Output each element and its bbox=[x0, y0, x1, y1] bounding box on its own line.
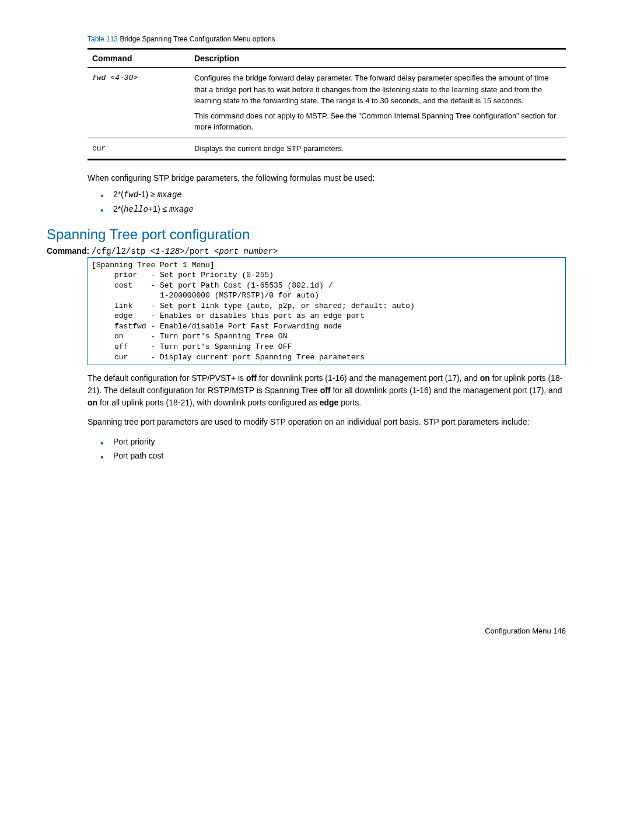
list-item: 2*(hello+1) ≤ mxage bbox=[100, 202, 583, 217]
page-footer: Configuration Menu 146 bbox=[47, 626, 566, 635]
code-block: [Spanning Tree Port 1 Menu] prior - Set … bbox=[88, 257, 566, 365]
formula-list: 2*(fwd-1) ≥ mxage 2*(hello+1) ≤ mxage bbox=[100, 188, 583, 217]
command-label: Command: bbox=[47, 246, 89, 256]
intro-text: When configuring STP bridge parameters, … bbox=[88, 172, 566, 184]
command-line: Command: /cfg/l2/stp <1-128>/port <port … bbox=[47, 246, 583, 256]
table-cell-cmd: fwd <4-30> bbox=[88, 68, 190, 138]
config-table: Command Description fwd <4-30> Configure… bbox=[88, 48, 566, 160]
list-item: 2*(fwd-1) ≥ mxage bbox=[100, 188, 583, 202]
table-row: fwd <4-30> Configures the bridge forward… bbox=[88, 68, 566, 138]
table-label: Table 113 bbox=[88, 35, 118, 43]
list-item: Port priority bbox=[100, 435, 583, 449]
table-caption: Table 113 Bridge Spanning Tree Configura… bbox=[88, 35, 583, 43]
port-params-list: Port priority Port path cost bbox=[100, 435, 583, 463]
list-item: Port path cost bbox=[100, 449, 583, 463]
table-cell-cmd: cur bbox=[88, 138, 190, 160]
table-cell-desc: Displays the current bridge STP paramete… bbox=[190, 138, 566, 160]
table-header-command: Command bbox=[88, 49, 190, 68]
paragraph-1: The default configuration for STP/PVST+ … bbox=[88, 372, 566, 409]
table-caption-text: Bridge Spanning Tree Configuration Menu … bbox=[120, 35, 275, 43]
table-cell-desc: Configures the bridge forward delay para… bbox=[190, 68, 566, 138]
table-row: cur Displays the current bridge STP para… bbox=[88, 138, 566, 160]
table-header-description: Description bbox=[190, 49, 566, 68]
section-heading: Spanning Tree port configuration bbox=[47, 226, 583, 243]
paragraph-2: Spanning tree port parameters are used t… bbox=[88, 416, 566, 428]
